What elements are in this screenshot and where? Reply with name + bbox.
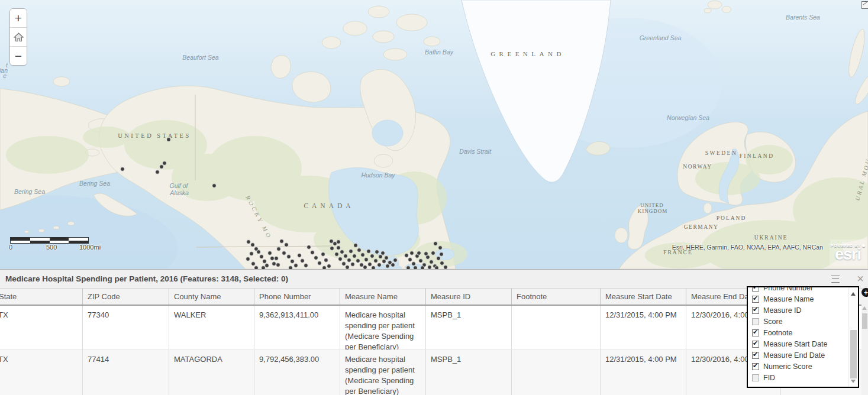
map-point-feature[interactable]: [160, 165, 164, 169]
checkbox-unchecked-icon[interactable]: [752, 318, 759, 325]
close-icon[interactable]: ×: [857, 271, 864, 286]
checkbox-checked-icon[interactable]: [752, 352, 759, 359]
column-header-footnote[interactable]: Footnote: [512, 289, 601, 305]
map-point-feature[interactable]: [370, 254, 375, 258]
map-canvas[interactable]: GREENLANDCANADAUNITED STATESSWEDENFINLAN…: [0, 0, 868, 269]
checkbox-checked-icon[interactable]: [752, 363, 759, 370]
checkbox-unchecked-icon[interactable]: [752, 374, 759, 381]
map-point-feature[interactable]: [307, 245, 311, 250]
map-point-feature[interactable]: [337, 246, 341, 250]
map-point-feature[interactable]: [277, 247, 281, 251]
map-point-feature[interactable]: [391, 263, 395, 267]
map-point-feature[interactable]: [212, 184, 217, 188]
column-header-state[interactable]: State: [0, 289, 83, 305]
map-point-feature[interactable]: [430, 260, 434, 264]
map-point-feature[interactable]: [311, 251, 315, 255]
map-point-feature[interactable]: [381, 251, 385, 255]
map-point-feature[interactable]: [298, 254, 302, 258]
table-options-menu-icon[interactable]: [831, 276, 840, 283]
map-point-feature[interactable]: [351, 263, 355, 267]
map-point-feature[interactable]: [374, 259, 378, 263]
map-point-feature[interactable]: [440, 252, 444, 257]
column-header-measure-name[interactable]: Measure Name: [340, 289, 426, 305]
map-point-feature[interactable]: [324, 258, 328, 263]
map-point-feature[interactable]: [342, 262, 346, 266]
map-point-feature[interactable]: [361, 253, 365, 257]
map-point-feature[interactable]: [385, 256, 389, 260]
map-point-feature[interactable]: [417, 251, 421, 255]
table-scrollbar-thumb[interactable]: [862, 313, 867, 329]
map-point-feature[interactable]: [393, 258, 398, 263]
map-point-feature[interactable]: [377, 263, 382, 267]
map-point-feature[interactable]: [438, 246, 443, 250]
column-header-county-name[interactable]: County Name: [169, 289, 254, 305]
map-point-feature[interactable]: [318, 261, 322, 266]
map-point-feature[interactable]: [356, 259, 360, 263]
map-point-feature[interactable]: [163, 161, 167, 166]
map-point-feature[interactable]: [327, 264, 331, 268]
map-point-feature[interactable]: [250, 252, 254, 256]
map-point-feature[interactable]: [424, 252, 428, 256]
table-row[interactable]: TX77414MATAGORDA9,792,456,383.00Medicare…: [0, 350, 868, 395]
map-point-feature[interactable]: [386, 264, 390, 268]
table-scroll-up-icon[interactable]: [862, 306, 867, 310]
checkbox-checked-icon[interactable]: [752, 286, 759, 292]
map-point-feature[interactable]: [437, 257, 441, 261]
map-point-feature[interactable]: [337, 240, 341, 244]
map-point-feature[interactable]: [121, 167, 125, 171]
column-chooser-item[interactable]: Numeric Score: [748, 361, 858, 372]
chooser-scroll-up-icon[interactable]: [851, 292, 856, 296]
column-header-measure-start-date[interactable]: Measure Start Date: [601, 289, 686, 305]
column-header-measure-id[interactable]: Measure ID: [426, 289, 512, 305]
map-point-feature[interactable]: [431, 251, 435, 255]
map-point-feature[interactable]: [314, 256, 318, 260]
measure-tool-icon[interactable]: [861, 1, 868, 9]
map-point-feature[interactable]: [349, 250, 353, 254]
chooser-scrollbar[interactable]: [848, 287, 858, 387]
map-view[interactable]: GREENLANDCANADAUNITED STATESSWEDENFINLAN…: [0, 0, 868, 269]
map-point-feature[interactable]: [321, 252, 325, 257]
map-point-feature[interactable]: [440, 261, 444, 266]
map-point-feature[interactable]: [375, 250, 379, 254]
map-point-feature[interactable]: [282, 251, 286, 255]
map-point-feature[interactable]: [330, 239, 334, 244]
checkbox-checked-icon[interactable]: [752, 296, 759, 303]
checkbox-checked-icon[interactable]: [752, 329, 759, 336]
map-point-feature[interactable]: [379, 255, 383, 259]
map-point-feature[interactable]: [338, 257, 343, 261]
map-point-feature[interactable]: [410, 251, 414, 255]
map-point-feature[interactable]: [247, 240, 251, 244]
map-point-feature[interactable]: [287, 255, 291, 259]
map-point-feature[interactable]: [354, 244, 358, 248]
zoom-in-button[interactable]: +: [10, 9, 27, 28]
map-point-feature[interactable]: [340, 250, 344, 254]
map-point-feature[interactable]: [156, 170, 160, 174]
map-point-feature[interactable]: [275, 257, 279, 261]
map-point-feature[interactable]: [360, 263, 364, 267]
map-point-feature[interactable]: [353, 254, 357, 258]
map-point-feature[interactable]: [251, 262, 256, 266]
map-point-feature[interactable]: [304, 264, 308, 268]
column-chooser-item[interactable]: FID: [748, 372, 858, 383]
map-point-feature[interactable]: [260, 255, 264, 259]
map-point-feature[interactable]: [367, 250, 371, 254]
zoom-out-button[interactable]: −: [10, 47, 27, 65]
chooser-scroll-down-icon[interactable]: [851, 380, 856, 383]
map-point-feature[interactable]: [251, 243, 255, 247]
map-point-feature[interactable]: [270, 257, 275, 261]
map-point-feature[interactable]: [368, 263, 372, 267]
map-point-feature[interactable]: [294, 264, 298, 268]
map-point-feature[interactable]: [268, 251, 272, 255]
map-point-feature[interactable]: [335, 252, 339, 257]
column-header-phone-number[interactable]: Phone Number: [254, 289, 340, 305]
map-point-feature[interactable]: [419, 259, 423, 263]
checkbox-checked-icon[interactable]: [752, 341, 759, 348]
home-button[interactable]: [10, 28, 27, 47]
map-point-feature[interactable]: [285, 243, 289, 247]
column-header-zip-code[interactable]: ZIP Code: [83, 289, 169, 305]
column-chooser-item[interactable]: Measure Name: [748, 293, 858, 305]
map-point-feature[interactable]: [357, 248, 362, 252]
column-chooser-item[interactable]: Measure End Date: [748, 349, 858, 361]
map-point-feature[interactable]: [408, 258, 412, 262]
checkbox-checked-icon[interactable]: [752, 307, 759, 314]
